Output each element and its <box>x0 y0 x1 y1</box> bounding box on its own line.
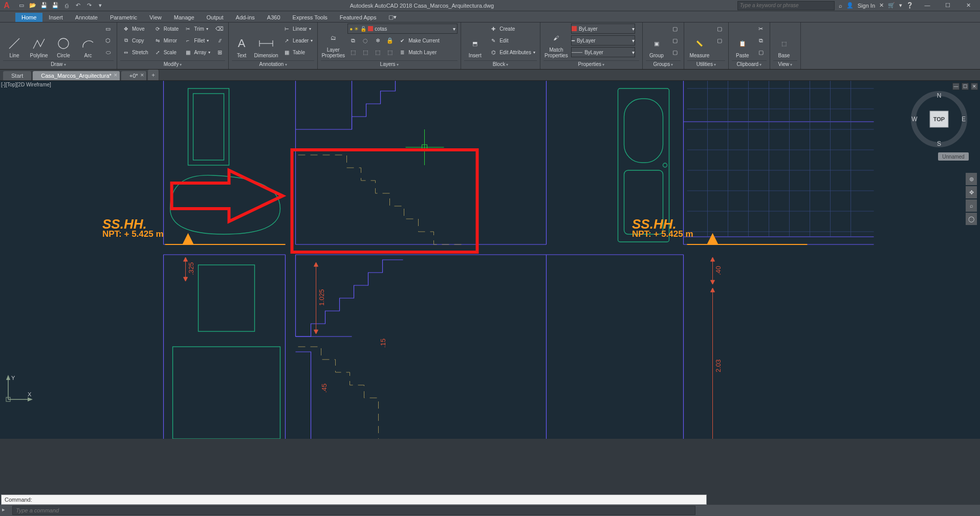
leader-button[interactable]: ↗Leader▾ <box>281 35 314 46</box>
panel-groups-title[interactable]: Groups <box>646 60 681 69</box>
tab-panel-dropdown[interactable]: ▢▾ <box>382 12 403 22</box>
array-button[interactable]: ▦Array▾ <box>182 47 212 57</box>
tab-parametric[interactable]: Parametric <box>104 13 143 22</box>
help-dropdown-icon[interactable]: ▾ <box>899 2 902 9</box>
arc-button[interactable]: Arc <box>77 24 99 58</box>
maximize-button[interactable]: ☐ <box>942 2 953 9</box>
tab-annotate[interactable]: Annotate <box>69 13 104 22</box>
layer-extra2-icon[interactable]: ⬚ <box>360 47 371 57</box>
match-layer-button[interactable]: ≣Match Layer <box>397 47 438 57</box>
layer-extra4-icon[interactable]: ⬚ <box>384 47 396 57</box>
fillet-button[interactable]: ⌐Fillet▾ <box>182 35 212 46</box>
modify-misc2-icon[interactable]: ⫽ <box>214 35 225 46</box>
draw-misc1-icon[interactable]: ▭ <box>102 24 114 34</box>
tab-home[interactable]: Home <box>15 13 42 22</box>
exchange-icon[interactable]: ✕ <box>879 2 884 9</box>
panel-view-title[interactable]: View <box>773 60 797 69</box>
navbar-orbit-icon[interactable]: ◯ <box>966 213 977 225</box>
clip-misc-icon[interactable]: ▢ <box>755 47 767 57</box>
block-edit-button[interactable]: ✎Edit <box>488 35 537 46</box>
app-logo-icon[interactable]: A <box>0 0 13 11</box>
panel-clipboard-title[interactable]: Clipboard <box>732 60 767 69</box>
copy-button[interactable]: ⧉Copy <box>120 35 150 46</box>
cmd-prompt-icon[interactable]: ▸ <box>2 506 10 514</box>
filetab-new-icon[interactable]: ＋ <box>148 70 159 80</box>
filetab-start[interactable]: Start <box>3 71 32 80</box>
table-button[interactable]: ▦Table <box>281 47 314 57</box>
signin-label[interactable]: Sign In <box>858 3 875 9</box>
circle-button[interactable]: Circle <box>52 24 75 58</box>
stretch-button[interactable]: ⇔Stretch <box>120 47 150 57</box>
modify-misc1-icon[interactable]: ⌫ <box>214 24 225 34</box>
insert-button[interactable]: ⬒Insert <box>464 24 486 58</box>
panel-annotation-title[interactable]: Annotation <box>232 60 314 69</box>
block-create-button[interactable]: ✚Create <box>488 24 537 34</box>
util-1-icon[interactable]: ▢ <box>714 24 725 34</box>
qat-undo-icon[interactable]: ↶ <box>74 2 82 10</box>
navbar-pan-icon[interactable]: ✥ <box>966 186 977 198</box>
edit-attributes-button[interactable]: ⌬Edit Attributes▾ <box>488 47 537 57</box>
layer-off-icon[interactable]: ◌ <box>360 35 371 46</box>
qat-open-icon[interactable]: 📂 <box>29 2 37 10</box>
modify-misc3-icon[interactable]: ⊞ <box>214 47 225 57</box>
command-input[interactable] <box>12 506 695 515</box>
close-button[interactable]: ✕ <box>963 2 974 9</box>
group-button[interactable]: ▣Group <box>646 24 667 58</box>
cut-icon[interactable]: ✂ <box>755 24 767 34</box>
tab-a360[interactable]: A360 <box>261 13 287 22</box>
move-button[interactable]: ✥Move <box>120 24 150 34</box>
color-combo[interactable]: ByLayer▾ <box>571 24 635 34</box>
draw-misc2-icon[interactable]: ⬡ <box>102 35 114 46</box>
polyline-button[interactable]: Polyline <box>28 24 50 58</box>
filetab2-close-icon[interactable]: ✕ <box>140 73 144 78</box>
layer-lock2-icon[interactable]: 🔒 <box>384 35 396 46</box>
panel-layers-title[interactable]: Layers <box>321 60 458 69</box>
tab-featured[interactable]: Featured Apps <box>334 13 383 22</box>
ungroup-icon[interactable]: ▢ <box>669 24 681 34</box>
line-button[interactable]: Line <box>3 24 26 58</box>
layer-extra1-icon[interactable]: ⬚ <box>347 47 359 57</box>
qat-plot-icon[interactable]: ⎙ <box>62 2 71 10</box>
layer-iso-icon[interactable]: ⧉ <box>347 35 359 46</box>
filetab-close-icon[interactable]: ✕ <box>114 73 118 78</box>
trim-button[interactable]: ✂Trim▾ <box>182 24 212 34</box>
tab-output[interactable]: Output <box>201 13 230 22</box>
text-button[interactable]: AText <box>232 24 251 58</box>
qat-save-icon[interactable]: 💾 <box>40 2 48 10</box>
linetype-combo[interactable]: ───ByLayer▾ <box>571 47 635 57</box>
util-2-icon[interactable]: ▢ <box>714 35 725 46</box>
rotate-button[interactable]: ⟳Rotate <box>152 24 180 34</box>
scale-button[interactable]: ⤢Scale <box>152 47 180 57</box>
tab-express[interactable]: Express Tools <box>287 13 334 22</box>
viewcube-unnamed[interactable]: Unnamed <box>938 152 969 161</box>
group-edit-icon[interactable]: ▢ <box>669 35 681 46</box>
panel-utilities-title[interactable]: Utilities <box>687 60 725 69</box>
filetab-current[interactable]: Casa_Marcos_Arquitectura*✕ <box>33 71 120 80</box>
layer-properties-button[interactable]: 🗂Layer Properties <box>321 24 345 58</box>
draw-misc3-icon[interactable]: ⬭ <box>102 47 114 57</box>
help-icon[interactable]: ❔ <box>906 2 913 9</box>
panel-properties-title[interactable]: Properties <box>543 60 639 69</box>
viewcube[interactable]: N S E W TOP <box>908 88 970 150</box>
layer-freeze-icon[interactable]: ❄ <box>372 35 383 46</box>
base-button[interactable]: ⬚Base <box>773 24 795 58</box>
lineweight-combo[interactable]: ━ByLayer▾ <box>571 35 635 46</box>
qat-dropdown-icon[interactable]: ▾ <box>96 2 104 10</box>
panel-block-title[interactable]: Block <box>464 60 537 69</box>
drawing-viewport[interactable]: [-][Top][2D Wireframe] ― ☐ ✕ <box>0 81 980 439</box>
navbar-zoom-icon[interactable]: ⌕ <box>966 199 977 212</box>
qat-redo-icon[interactable]: ↷ <box>85 2 93 10</box>
panel-draw-title[interactable]: Draw <box>3 60 114 69</box>
make-current-button[interactable]: ✔Make Current <box>397 35 441 46</box>
layer-extra3-icon[interactable]: ⬚ <box>372 47 383 57</box>
qat-new-icon[interactable]: ▭ <box>17 2 26 10</box>
mirror-button[interactable]: ⇋Mirror <box>152 35 180 46</box>
measure-button[interactable]: 📏Measure <box>687 24 712 58</box>
minimize-button[interactable]: ― <box>922 2 933 9</box>
paste-button[interactable]: 📋Paste <box>732 24 753 58</box>
help-search-input[interactable] <box>737 1 835 10</box>
navbar-wheel-icon[interactable]: ⊚ <box>966 173 977 185</box>
copy-clip-icon[interactable]: ⧉ <box>755 35 767 46</box>
tab-view[interactable]: View <box>143 13 168 22</box>
group-sel-icon[interactable]: ▢ <box>669 47 681 57</box>
